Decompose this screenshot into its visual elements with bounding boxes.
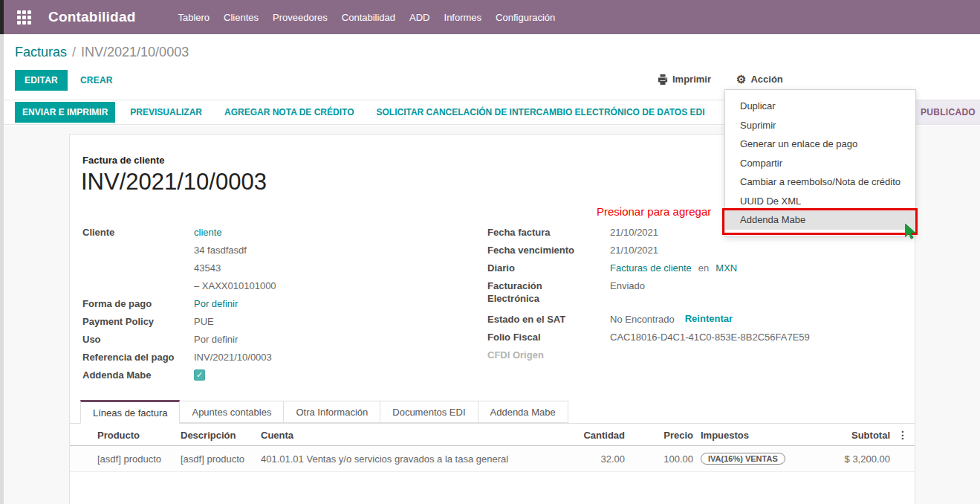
folio-fiscal-value: CAC18016-D4C1-41C0-853E-8B2C56FA7E59 (610, 331, 810, 343)
notebook-tab[interactable]: Addenda Mabe (478, 401, 568, 423)
apps-grid-icon[interactable] (17, 10, 31, 25)
facturacion-electronica-value: Enviado (610, 280, 645, 292)
field-label: CFDI Origen (487, 349, 610, 361)
forma-de-pago-link[interactable]: Por definir (194, 298, 238, 309)
statusbar-button[interactable]: AGREGAR NOTA DE CRÉDITO (217, 102, 361, 123)
handle-cell (70, 446, 94, 472)
tax-tag: IVA(16%) VENTAS (701, 453, 785, 465)
field-label: Uso (82, 333, 194, 346)
notebook-tab-label: Addenda Mabe (490, 407, 556, 418)
field-folio-fiscal: Folio Fiscal CAC18016-D4C1-41C0-853E-8B2… (487, 331, 903, 349)
field-referencia: Referencia del pago INV/2021/10/0003 (82, 351, 395, 369)
app-title: Contabilidad (48, 9, 135, 25)
printer-icon (658, 74, 668, 85)
action-menu-button[interactable]: ⚙ Acción (736, 74, 783, 85)
field-fecha-vencimiento: Fecha vencimiento 21/10/2021 (487, 244, 903, 262)
col-impuestos: Impuestos (697, 424, 811, 446)
field-forma-de-pago: Forma de pago Por definir (82, 297, 395, 315)
gear-icon: ⚙ (736, 74, 746, 85)
topbar-menu-item[interactable]: Tablero (178, 12, 210, 23)
statusbar-button[interactable]: ENVIAR E IMPRIMIR (15, 102, 115, 123)
cliente-address: 34 fasdfasdf 43543 – XAXX010101000 (82, 244, 395, 297)
action-label: Acción (750, 74, 782, 85)
field-label: Folio Fiscal (487, 331, 610, 343)
topbar-menu-item[interactable]: Clientes (224, 12, 259, 23)
highlight-red-box (722, 208, 918, 235)
col-producto: Producto (94, 424, 177, 446)
action-menu-item-label: Suprimir (740, 120, 776, 131)
fecha-vencimiento-value: 21/10/2021 (610, 244, 658, 256)
action-menu-item-label: Compartir (740, 158, 782, 169)
statusbar-button[interactable]: SOLICITAR CANCELACIÓN DE INTERCAMBIO ELE… (369, 102, 712, 123)
notebook-tab-label: Documentos EDI (392, 407, 465, 418)
topbar-menu-item[interactable]: ADD (409, 12, 429, 23)
topbar-menu-item[interactable]: Informes (444, 12, 482, 23)
referencia-value: INV/2021/10/0003 (194, 351, 272, 364)
app-window: Contabilidad TableroClientesProveedoresC… (0, 0, 980, 504)
mouse-cursor-icon (905, 224, 917, 239)
notebook-tab-label: Otra Información (296, 407, 368, 418)
table-header-row: Producto Descripción Cuenta Cantidad Pre… (70, 424, 915, 446)
statusbar-button-label: SOLICITAR CANCELACIÓN DE INTERCAMBIO ELE… (376, 107, 704, 117)
col-cuenta: Cuenta (257, 424, 551, 446)
field-estado-sat: Estado en el SAT No Encontrado Reintenta… (487, 313, 903, 331)
field-label: Forma de pago (82, 297, 194, 310)
field-label: Diario (487, 262, 610, 274)
action-menu-item[interactable]: Duplicar (725, 97, 915, 116)
print-label: Imprimir (672, 74, 711, 85)
breadcrumb-current: INV/2021/10/0003 (81, 45, 189, 59)
notebook-tab[interactable]: Otra Información (284, 401, 380, 423)
field-payment-policy: Payment Policy PUE (82, 315, 395, 333)
fields-right: Fecha factura 21/10/2021 Fecha vencimien… (487, 226, 903, 366)
notebook-tabs: Líneas de facturaApuntes contablesOtra I… (70, 401, 915, 424)
field-label: Payment Policy (82, 315, 194, 328)
action-menu-item[interactable]: Generar un enlace de pago (725, 135, 915, 154)
payment-policy-value: PUE (194, 315, 214, 328)
estado-sat-value: No Encontrado (610, 313, 675, 326)
reintentar-button[interactable]: Reintentar (685, 313, 733, 324)
field-cliente: Cliente cliente (82, 226, 395, 244)
field-label: Estado en el SAT (487, 313, 610, 326)
edit-button[interactable]: EDITAR (15, 70, 68, 91)
status-badge: PUBLICADO (915, 100, 980, 124)
notebook-tab[interactable]: Documentos EDI (380, 401, 478, 423)
column-options-icon[interactable]: ⋮ (894, 424, 915, 446)
field-label: Addenda Mabe (82, 369, 194, 381)
topbar-menu-item[interactable]: Proveedores (273, 12, 328, 23)
action-menu-item-label: Duplicar (740, 100, 776, 112)
invoice-lines-table: Producto Descripción Cuenta Cantidad Pre… (70, 424, 915, 472)
breadcrumb-separator: / (72, 45, 76, 59)
action-menu-item[interactable]: Compartir (725, 154, 915, 173)
addenda-mabe-checkbox[interactable]: ✓ (194, 369, 205, 381)
field-label: Fecha factura (487, 226, 610, 239)
uso-value: Por definir (194, 333, 238, 346)
notebook-tab[interactable]: Líneas de factura (80, 400, 180, 424)
address-line: 43543 (194, 262, 221, 274)
table-body: [asdf] producto [asdf] producto 401.01.0… (70, 446, 915, 472)
topbar-menu-item[interactable]: Contabilidad (342, 12, 395, 23)
field-label: Fecha vencimiento (487, 244, 610, 256)
diario-journal-link[interactable]: Facturas de cliente (610, 262, 692, 274)
invoice-line-row[interactable]: [asdf] producto [asdf] producto 401.01.0… (70, 446, 915, 472)
cliente-link[interactable]: cliente (194, 227, 222, 238)
action-menu-item[interactable]: Cambiar a reembolso/Nota de crédito (725, 172, 915, 192)
print-button[interactable]: Imprimir (658, 74, 711, 85)
document-type-label: Factura de cliente (82, 155, 165, 166)
handle-column-header (70, 424, 94, 446)
topbar-menu: TableroClientesProveedoresContabilidadAD… (178, 12, 555, 23)
cell-precio: 100.00 (629, 446, 697, 472)
notebook-tab-label: Apuntes contables (192, 407, 271, 418)
form-button-row: EDITAR CREAR (15, 70, 113, 91)
col-subtotal: Subtotal (811, 424, 894, 446)
annotation-text: Presionar para agregar (597, 205, 711, 218)
action-menu-item[interactable]: Suprimir (725, 116, 915, 135)
cell-subtotal: $ 3,200.00 (811, 446, 894, 472)
topbar-menu-item[interactable]: Configuración (496, 12, 555, 23)
address-line-row: – XAXX010101000 (82, 280, 395, 297)
statusbar-button[interactable]: PREVISUALIZAR (123, 102, 210, 123)
breadcrumb-parent[interactable]: Facturas (15, 45, 67, 59)
notebook-tab[interactable]: Apuntes contables (180, 401, 284, 423)
create-button[interactable]: CREAR (80, 75, 113, 85)
field-label: Facturación Electrónica (487, 280, 610, 305)
diario-currency-link[interactable]: MXN (715, 262, 737, 274)
